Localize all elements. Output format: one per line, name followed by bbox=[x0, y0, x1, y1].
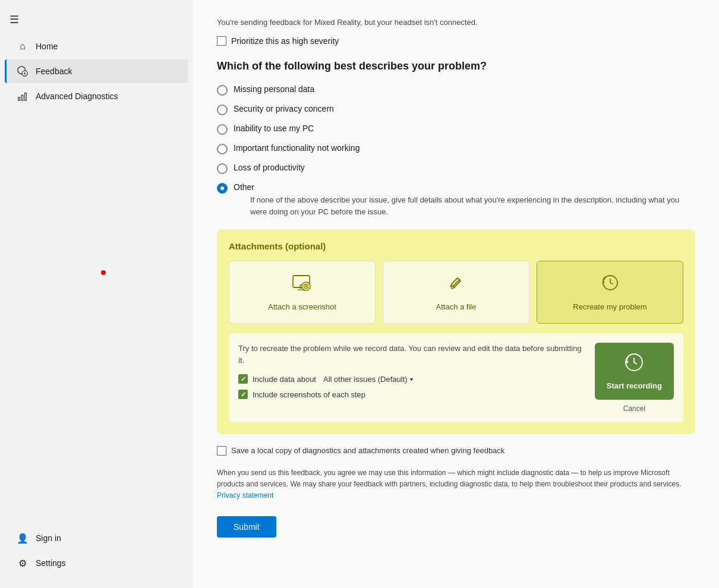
radio-label-functionality: Important functionality not working bbox=[234, 143, 360, 153]
save-local-row: Save a local copy of diagnostics and att… bbox=[217, 446, 695, 456]
sidebar-item-settings-label: Settings bbox=[36, 558, 66, 568]
home-icon: ⌂ bbox=[17, 40, 29, 52]
sidebar-item-advanced-diagnostics[interactable]: Advanced Diagnostics bbox=[5, 84, 188, 108]
include-data-dropdown[interactable]: All other issues (Default) ▾ bbox=[323, 375, 413, 384]
svg-rect-3 bbox=[21, 95, 23, 100]
svg-rect-2 bbox=[18, 97, 20, 100]
svg-point-10 bbox=[305, 286, 307, 287]
recreate-text: Try to recreate the problem while we rec… bbox=[238, 343, 585, 405]
recreate-problem-button[interactable]: Recreate my problem bbox=[537, 261, 683, 324]
radio-circle-security[interactable] bbox=[217, 105, 228, 115]
priority-checkbox[interactable] bbox=[217, 36, 226, 46]
include-screenshots-row: Include screenshots of each step bbox=[238, 390, 585, 399]
notice-text: You're sending feedback for Mixed Realit… bbox=[217, 18, 695, 27]
attach-screenshot-icon bbox=[292, 273, 313, 296]
sidebar-item-feedback[interactable]: Feedback bbox=[5, 59, 188, 83]
radio-label-productivity: Loss of productivity bbox=[234, 163, 305, 172]
sidebar-item-sign-in[interactable]: 👤 Sign in bbox=[5, 526, 188, 550]
radio-missing-data[interactable]: Missing personal data bbox=[217, 84, 695, 96]
dropdown-arrow-icon: ▾ bbox=[410, 376, 413, 382]
attach-buttons-row: Attach a screenshot Attach a file bbox=[229, 261, 683, 324]
attach-file-icon bbox=[447, 273, 466, 296]
svg-rect-4 bbox=[25, 93, 27, 101]
attach-screenshot-label: Attach a screenshot bbox=[268, 302, 336, 311]
submit-button[interactable]: Submit bbox=[217, 516, 276, 538]
include-screenshots-label: Include screenshots of each step bbox=[253, 390, 365, 399]
cancel-button[interactable]: Cancel bbox=[623, 404, 645, 413]
sidebar-item-home[interactable]: ⌂ Home bbox=[5, 34, 188, 58]
attach-screenshot-button[interactable]: Attach a screenshot bbox=[229, 261, 376, 324]
sidebar-bottom: 👤 Sign in ⚙ Settings bbox=[0, 525, 193, 588]
include-data-row: Include data about All other issues (Def… bbox=[238, 374, 585, 384]
radio-label-other: Other bbox=[234, 182, 254, 192]
radio-inability[interactable]: Inability to use my PC bbox=[217, 124, 695, 135]
priority-label: Prioritize this as high severity bbox=[231, 36, 339, 46]
start-recording-button[interactable]: Start recording bbox=[595, 343, 674, 400]
radio-group: Missing personal data Security or privac… bbox=[217, 84, 695, 217]
radio-productivity[interactable]: Loss of productivity bbox=[217, 163, 695, 174]
radio-circle-productivity[interactable] bbox=[217, 163, 228, 174]
sidebar-item-advanced-diagnostics-label: Advanced Diagnostics bbox=[36, 91, 118, 101]
include-data-checkbox[interactable] bbox=[238, 374, 248, 384]
other-description: If none of the above describe your issue… bbox=[250, 194, 695, 217]
radio-functionality[interactable]: Important functionality not working bbox=[217, 143, 695, 154]
radio-circle-inability[interactable] bbox=[217, 124, 228, 135]
sign-in-icon: 👤 bbox=[17, 532, 29, 544]
sidebar-item-home-label: Home bbox=[36, 42, 58, 51]
attach-file-button[interactable]: Attach a file bbox=[383, 261, 529, 324]
recreate-label: Recreate my problem bbox=[573, 302, 647, 311]
sidebar-item-feedback-label: Feedback bbox=[36, 67, 72, 76]
radio-label-security: Security or privacy concern bbox=[234, 104, 334, 113]
sidebar-nav: ⌂ Home Feedback Advanced Diagnos bbox=[0, 33, 193, 109]
start-recording-label: Start recording bbox=[607, 381, 662, 390]
recreate-description: Try to recreate the problem while we rec… bbox=[238, 343, 585, 366]
advanced-diagnostics-icon bbox=[17, 90, 29, 102]
feedback-icon bbox=[17, 65, 29, 77]
save-local-label: Save a local copy of diagnostics and att… bbox=[231, 446, 504, 455]
start-recording-icon bbox=[624, 352, 644, 377]
include-data-label: Include data about bbox=[253, 375, 316, 384]
radio-circle-functionality[interactable] bbox=[217, 144, 228, 154]
radio-label-missing-data: Missing personal data bbox=[234, 84, 314, 94]
radio-other[interactable]: Other If none of the above describe your… bbox=[217, 182, 695, 217]
settings-icon: ⚙ bbox=[17, 557, 29, 569]
recreate-section: Try to recreate the problem while we rec… bbox=[229, 333, 683, 422]
attachments-title: Attachments (optional) bbox=[229, 241, 683, 251]
radio-circle-other[interactable] bbox=[217, 183, 228, 194]
sidebar: ☰ ⌂ Home Feedback bbox=[0, 0, 193, 588]
attachments-section: Attachments (optional) Attach a screensh… bbox=[217, 229, 695, 434]
attach-file-label: Attach a file bbox=[436, 302, 477, 311]
sidebar-item-settings[interactable]: ⚙ Settings bbox=[5, 551, 188, 575]
svg-marker-12 bbox=[602, 281, 605, 283]
sidebar-item-sign-in-label: Sign in bbox=[36, 533, 61, 543]
radio-security[interactable]: Security or privacy concern bbox=[217, 104, 695, 115]
radio-label-inability: Inability to use my PC bbox=[234, 124, 314, 133]
main-content: You're sending feedback for Mixed Realit… bbox=[193, 0, 719, 588]
start-recording-col: Start recording Cancel bbox=[595, 343, 674, 413]
recreate-icon bbox=[600, 273, 621, 296]
legal-text-content: When you send us this feedback, you agre… bbox=[217, 469, 682, 488]
include-data-value: All other issues (Default) bbox=[323, 375, 408, 384]
hamburger-icon[interactable]: ☰ bbox=[0, 6, 193, 33]
save-local-checkbox[interactable] bbox=[217, 446, 226, 456]
include-screenshots-checkbox[interactable] bbox=[238, 390, 248, 399]
priority-row: Prioritize this as high severity bbox=[217, 36, 695, 46]
privacy-link[interactable]: Privacy statement bbox=[217, 491, 273, 500]
radio-circle-missing-data[interactable] bbox=[217, 85, 228, 96]
problem-section-title: Which of the following best describes yo… bbox=[217, 60, 695, 72]
notification-dot bbox=[101, 270, 106, 275]
legal-text: When you send us this feedback, you agre… bbox=[217, 467, 695, 502]
